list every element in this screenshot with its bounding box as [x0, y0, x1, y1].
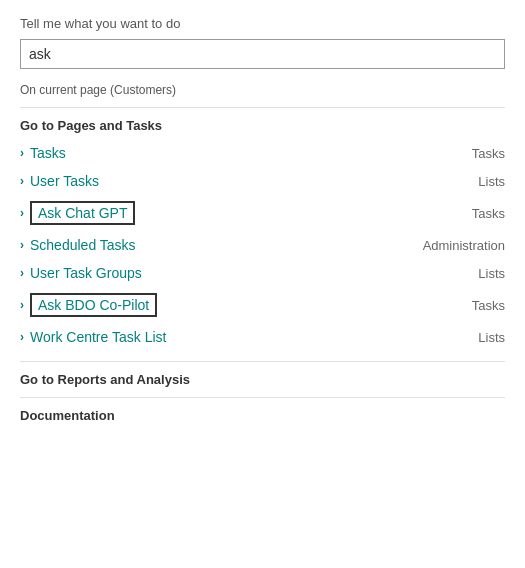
chevron-icon: ›	[20, 239, 24, 251]
docs-section-title: Documentation	[20, 408, 505, 423]
item-label-5[interactable]: Ask BDO Co-Pilot	[30, 293, 157, 317]
chevron-icon: ›	[20, 147, 24, 159]
item-label-2[interactable]: Ask Chat GPT	[30, 201, 135, 225]
pages-tasks-list: › Tasks Tasks › User Tasks Lists › Ask C…	[20, 139, 505, 351]
pages-tasks-title: Go to Pages and Tasks	[20, 118, 505, 133]
chevron-icon: ›	[20, 267, 24, 279]
list-item[interactable]: › Ask BDO Co-Pilot Tasks	[20, 287, 505, 323]
item-label-6[interactable]: Work Centre Task List	[30, 329, 166, 345]
chevron-icon: ›	[20, 175, 24, 187]
item-category-1: Lists	[478, 174, 505, 189]
list-item-left-6: › Work Centre Task List	[20, 329, 166, 345]
list-item[interactable]: › User Task Groups Lists	[20, 259, 505, 287]
divider-2	[20, 361, 505, 362]
chevron-icon: ›	[20, 331, 24, 343]
search-input[interactable]	[21, 40, 504, 68]
tell-me-label: Tell me what you want to do	[20, 16, 505, 31]
item-category-3: Administration	[423, 238, 505, 253]
divider-1	[20, 107, 505, 108]
main-container: Tell me what you want to do On current p…	[0, 0, 525, 443]
item-category-2: Tasks	[472, 206, 505, 221]
list-item-left-0: › Tasks	[20, 145, 66, 161]
item-label-1[interactable]: User Tasks	[30, 173, 99, 189]
list-item-left-2: › Ask Chat GPT	[20, 201, 135, 225]
divider-3	[20, 397, 505, 398]
item-category-6: Lists	[478, 330, 505, 345]
list-item[interactable]: › User Tasks Lists	[20, 167, 505, 195]
list-item-left-3: › Scheduled Tasks	[20, 237, 136, 253]
item-label-0[interactable]: Tasks	[30, 145, 66, 161]
item-category-5: Tasks	[472, 298, 505, 313]
list-item[interactable]: › Ask Chat GPT Tasks	[20, 195, 505, 231]
chevron-icon: ›	[20, 207, 24, 219]
list-item[interactable]: › Scheduled Tasks Administration	[20, 231, 505, 259]
reports-section-title: Go to Reports and Analysis	[20, 372, 505, 387]
item-label-4[interactable]: User Task Groups	[30, 265, 142, 281]
item-label-3[interactable]: Scheduled Tasks	[30, 237, 136, 253]
list-item[interactable]: › Tasks Tasks	[20, 139, 505, 167]
chevron-icon: ›	[20, 299, 24, 311]
search-input-wrapper[interactable]	[20, 39, 505, 69]
list-item[interactable]: › Work Centre Task List Lists	[20, 323, 505, 351]
list-item-left-1: › User Tasks	[20, 173, 99, 189]
list-item-left-4: › User Task Groups	[20, 265, 142, 281]
item-category-4: Lists	[478, 266, 505, 281]
item-category-0: Tasks	[472, 146, 505, 161]
list-item-left-5: › Ask BDO Co-Pilot	[20, 293, 157, 317]
current-page-label: On current page (Customers)	[20, 83, 505, 97]
